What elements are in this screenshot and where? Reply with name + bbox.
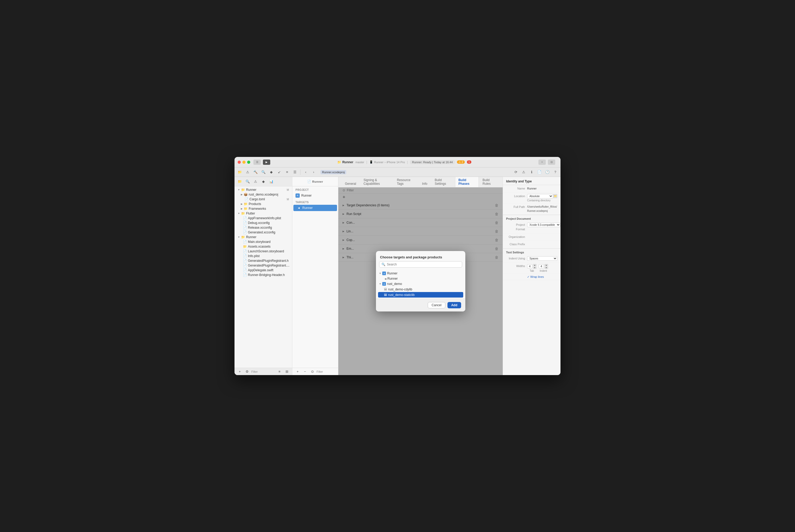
add-button[interactable]: + — [538, 159, 546, 165]
sidebar-item-cargo[interactable]: 📄 Cargo.toml M — [235, 197, 291, 202]
sidebar-toggle-button[interactable]: ☰ — [253, 159, 261, 165]
text-settings-section: Text Settings — [503, 248, 561, 255]
rustdemo-target-icon: A — [382, 282, 386, 286]
file-icon: 📄 — [243, 268, 247, 272]
sidebar-item-runner-group[interactable]: ▼ 📁 Runner — [235, 235, 291, 240]
modal-group-rustdemo[interactable]: ▼ A rust_demo — [378, 281, 463, 286]
modal-child-staticlib[interactable]: 🏛 rust_demo-staticlib — [378, 292, 463, 298]
tab-general[interactable]: General — [341, 180, 360, 187]
sidebar-item-runner-root[interactable]: ▼ 📁 Runner M — [235, 187, 291, 192]
tab-build-phases[interactable]: Build Phases — [455, 177, 479, 187]
inspector-classprefix-row: Class Prefix — [503, 241, 561, 248]
inspector-icon[interactable]: ⚠ — [520, 169, 527, 175]
tab-resource-tags[interactable]: Resource Tags — [394, 177, 418, 187]
indent-stepper[interactable]: ▲ ▼ — [545, 264, 548, 269]
add-icon[interactable]: + — [236, 368, 243, 375]
nav-remove-icon[interactable]: − — [302, 368, 308, 375]
source-control-icon[interactable]: ↙ — [276, 169, 282, 175]
sidebar-item-flutter[interactable]: ▼ 📁 Flutter — [235, 211, 291, 216]
modal-child-cdylib[interactable]: 🏛 rust_demo-cdylib — [378, 286, 463, 292]
layout-button[interactable]: ⊟ — [548, 159, 555, 165]
nav-item-runner-project[interactable]: R Runner — [292, 192, 338, 199]
sidebar-item-products[interactable]: ▶ 📁 Products — [235, 202, 291, 206]
indent-label-text: Indent — [540, 269, 547, 272]
tab-signing[interactable]: Signing & Capabilities — [360, 177, 393, 187]
modal-search-bar[interactable]: 🔍 — [379, 261, 462, 268]
tab-decrement[interactable]: ▼ — [533, 267, 536, 269]
grid-icon[interactable]: ⊞ — [284, 368, 290, 375]
folder-icon: 📁 — [241, 212, 245, 215]
folder-icon[interactable]: 📁 — [236, 169, 243, 175]
sidebar-item-infoplist[interactable]: 📄 Info.plist — [235, 254, 291, 259]
clock-icon[interactable]: 🕐 — [544, 169, 550, 175]
build-icon[interactable]: 🔨 — [252, 169, 259, 175]
nav-search-icon[interactable]: 🔍 — [245, 178, 251, 185]
sidebar-item-mainstoryboard[interactable]: 📄 Main.storyboard — [235, 240, 291, 244]
modal-group-runner[interactable]: ▼ A Runner — [378, 271, 463, 276]
breadcrumb-device: iPhone 14 Pro — [386, 160, 405, 164]
sidebar-item-debug[interactable]: 📄 Debug.xcconfig — [235, 221, 291, 225]
errors-badge[interactable]: 1 — [467, 160, 472, 164]
tab-info[interactable]: Info — [418, 180, 431, 187]
sidebar-item-assets[interactable]: 📁 Assets.xcassets — [235, 244, 291, 249]
nav-filter-icon[interactable]: ⊙ — [309, 368, 316, 375]
sidebar-item-generatedplugin[interactable]: 📄 GeneratedPluginRegistrant.... — [235, 263, 291, 268]
device-icon[interactable]: ☰ — [292, 169, 298, 175]
nav-add-icon[interactable]: + — [295, 368, 301, 375]
tab-increment[interactable]: ▲ — [533, 264, 536, 266]
format-select[interactable]: Xcode 9.3-compatible — [527, 223, 561, 227]
file-icon: 📄 — [243, 254, 247, 258]
file-icon: 📄 — [243, 259, 247, 263]
indent-select[interactable]: Spaces — [527, 256, 557, 261]
modal-search-input[interactable] — [387, 263, 460, 266]
add-button[interactable]: Add — [448, 302, 461, 308]
sort-icon[interactable]: ≡ — [276, 368, 283, 375]
breakpoint-icon[interactable]: ◆ — [268, 169, 275, 175]
sidebar-item-bridging[interactable]: 📄 Runner-Bridging-Header.h — [235, 272, 291, 277]
sidebar-label: Runner — [246, 188, 256, 192]
sidebar-item-launchscreen[interactable]: 📄 LaunchScreen.storyboard — [235, 249, 291, 254]
sidebar-item-appframework[interactable]: 📄 AppFrameworkInfo.plist — [235, 216, 291, 221]
tab-bar: General Signing & Capabilities Resource … — [338, 177, 503, 187]
tab-build-settings[interactable]: Build Settings — [431, 177, 454, 187]
localize-icon[interactable]: ≡ — [284, 169, 290, 175]
expand-arrow: ▼ — [238, 188, 240, 191]
sidebar-item-frameworks[interactable]: ▶ 📁 Frameworks — [235, 206, 291, 211]
sidebar-item-appdelegate[interactable]: 📄 AppDelegate.swift — [235, 268, 291, 272]
nav-breakpoint-icon[interactable]: ◆ — [260, 178, 267, 185]
project-title: 📁 Runner — [337, 160, 353, 164]
run-button[interactable]: ▶ — [263, 159, 270, 165]
help-icon[interactable]: ? — [552, 169, 559, 175]
sidebar-item-xcodeproj[interactable]: ▶ 📦 rust_demo.xcodeproj — [235, 192, 291, 197]
sidebar-item-generatedplugin-h[interactable]: 📄 GeneratedPluginRegistrant.h — [235, 259, 291, 263]
warning-icon[interactable]: ⚠ — [245, 169, 251, 175]
location-select[interactable]: Absolute — [527, 194, 553, 198]
indent-control: 4 ▲ ▼ — [539, 264, 548, 269]
settings-icon[interactable]: ⚙ — [244, 368, 250, 375]
nav-item-runner-target[interactable]: ◀ Runner — [294, 205, 337, 211]
back-icon[interactable]: ‹ — [303, 169, 309, 175]
refresh-icon[interactable]: ⟳ — [513, 169, 519, 175]
maximize-button[interactable] — [247, 160, 250, 164]
cancel-button[interactable]: Cancel — [428, 302, 446, 308]
minimize-button[interactable] — [242, 160, 246, 164]
search-icon[interactable]: 🔍 — [260, 169, 267, 175]
close-button[interactable] — [238, 160, 241, 164]
sidebar-label: rust_demo.xcodeproj — [249, 193, 278, 196]
file-icon[interactable]: 📄 — [536, 169, 543, 175]
sidebar-item-release[interactable]: 📄 Release.xcconfig — [235, 225, 291, 230]
nav-folder-icon[interactable]: 📁 — [236, 178, 243, 185]
forward-icon[interactable]: › — [310, 169, 317, 175]
nav-runner-name: Runner — [312, 180, 323, 183]
nav-report-icon[interactable]: 📊 — [268, 178, 275, 185]
indent-decrement[interactable]: ▼ — [545, 267, 548, 269]
modal-child-runner[interactable]: ◀ Runner — [378, 276, 463, 281]
sidebar-item-generated[interactable]: 📄 Generated.xcconfig — [235, 230, 291, 235]
folder-browse-icon[interactable]: 📁 — [553, 194, 557, 198]
nav-warning-icon[interactable]: ⚠ — [252, 178, 259, 185]
indent-increment[interactable]: ▲ — [545, 264, 548, 266]
inspector-icon[interactable]: ℹ — [528, 169, 535, 175]
warnings-badge[interactable]: ⚠ 2 — [457, 160, 465, 164]
tab-stepper[interactable]: ▲ ▼ — [533, 264, 536, 269]
tab-build-rules[interactable]: Build Rules — [479, 177, 499, 187]
